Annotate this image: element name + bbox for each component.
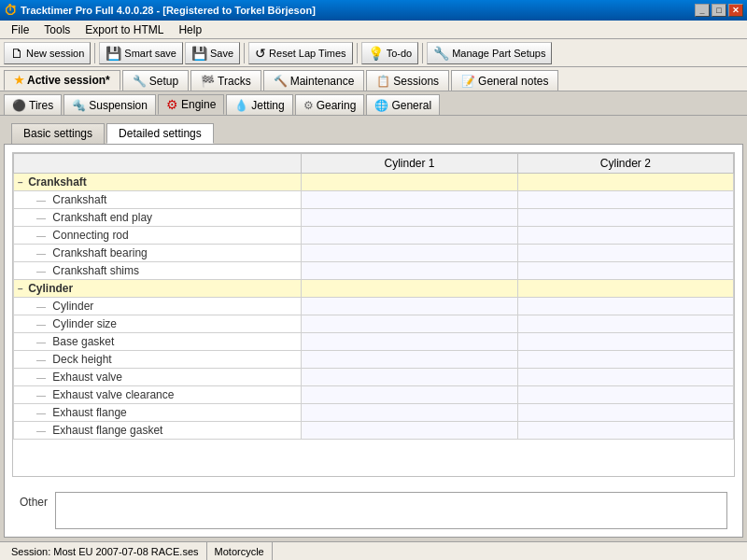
group-row-label: − Cylinder — [14, 280, 302, 298]
menu-file[interactable]: File — [4, 21, 36, 38]
row-indent-icon: — — [36, 390, 46, 400]
data-value-cyl2[interactable] — [517, 369, 733, 386]
todo-button[interactable]: 💡 To-do — [361, 42, 419, 64]
other-input[interactable] — [55, 492, 727, 529]
toolbar-separator-1 — [94, 43, 95, 63]
sub-tab-detailed-settings[interactable]: Detailed settings — [106, 123, 214, 144]
main-content: Basic settings Detailed settings Cylinde… — [0, 116, 747, 541]
save-icon: 💾 — [191, 46, 207, 61]
setup-icon: 🔧 — [133, 75, 147, 88]
data-value-cyl1[interactable] — [302, 386, 517, 404]
data-value-cyl1[interactable] — [302, 351, 517, 369]
status-session: Session: Most EU 2007-07-08 RACE.ses — [4, 542, 207, 560]
data-value-cyl2[interactable] — [517, 262, 733, 280]
data-value-cyl1[interactable] — [302, 422, 517, 440]
row-indent-icon: — — [36, 372, 46, 383]
tab-engine[interactable]: ⚙ Engine — [158, 94, 224, 115]
data-row-label: — Exhaust flange — [14, 404, 302, 422]
new-session-button[interactable]: 🗋 New session — [4, 42, 91, 64]
title-text: Tracktimer Pro Full 4.0.0.28 - [Register… — [21, 5, 316, 16]
data-value-cyl2[interactable] — [517, 209, 733, 227]
data-table-container: Cylinder 1 Cylinder 2 − Crankshaft — Cra… — [12, 152, 735, 477]
tab-jetting[interactable]: 💧 Jetting — [226, 94, 292, 115]
scrollable-table[interactable]: Cylinder 1 Cylinder 2 − Crankshaft — Cra… — [13, 153, 734, 476]
col-header-empty — [14, 154, 302, 174]
data-value-cyl2[interactable] — [517, 386, 733, 404]
tab-setup[interactable]: 🔧 Setup — [122, 70, 189, 91]
data-row-label: — Connecting rod — [14, 227, 302, 245]
status-vehicle: Motorcycle — [207, 542, 273, 560]
tab-general-notes[interactable]: 📝 General notes — [451, 70, 558, 91]
data-value-cyl2[interactable] — [517, 315, 733, 333]
active-session-icon: ★ — [14, 74, 24, 87]
tab-tires[interactable]: ⚫ Tires — [4, 94, 62, 115]
tab-tracks[interactable]: 🏁 Tracks — [190, 70, 261, 91]
toolbar: 🗋 New session 💾 Smart save 💾 Save ↺ Rese… — [0, 39, 747, 67]
data-value-cyl2[interactable] — [517, 298, 733, 315]
data-value-cyl1[interactable] — [302, 227, 517, 245]
row-indent-icon: — — [36, 266, 46, 276]
close-button[interactable]: ✕ — [728, 4, 743, 17]
data-value-cyl2[interactable] — [517, 422, 733, 440]
data-value-cyl2[interactable] — [517, 333, 733, 351]
save-button[interactable]: 💾 Save — [185, 42, 240, 64]
reset-lap-button[interactable]: ↺ Reset Lap Times — [248, 42, 353, 64]
group-value-cyl1[interactable] — [302, 280, 517, 298]
manage-parts-button[interactable]: 🔧 Manage Part Setups — [427, 42, 552, 64]
data-value-cyl1[interactable] — [302, 191, 517, 209]
menu-export[interactable]: Export to HTML — [78, 21, 171, 38]
data-value-cyl1[interactable] — [302, 262, 517, 280]
menu-tools[interactable]: Tools — [36, 21, 78, 38]
data-value-cyl2[interactable] — [517, 227, 733, 245]
gearing-icon: ⚙ — [303, 99, 314, 112]
data-value-cyl2[interactable] — [517, 245, 733, 262]
status-extra — [273, 542, 288, 560]
tab-suspension[interactable]: 🔩 Suspension — [63, 94, 156, 115]
data-row-label: — Deck height — [14, 351, 302, 369]
tab-gearing[interactable]: ⚙ Gearing — [295, 94, 365, 115]
tab-general[interactable]: 🌐 General — [366, 94, 440, 115]
maintenance-icon: 🔨 — [274, 75, 288, 88]
engine-icon: ⚙ — [166, 97, 178, 112]
data-value-cyl1[interactable] — [302, 209, 517, 227]
data-row-label: — Exhaust flange gasket — [14, 422, 302, 440]
data-row-label: — Base gasket — [14, 333, 302, 351]
tab-active-session[interactable]: ★ Active session* — [4, 70, 120, 91]
row-indent-icon: — — [36, 355, 46, 365]
group-value-cyl1[interactable] — [302, 174, 517, 191]
data-row-label: — Crankshaft end play — [14, 209, 302, 227]
toolbar-separator-2 — [244, 43, 245, 63]
data-value-cyl1[interactable] — [302, 333, 517, 351]
smart-save-icon: 💾 — [106, 46, 121, 61]
data-value-cyl1[interactable] — [302, 404, 517, 422]
group-value-cyl2[interactable] — [517, 174, 733, 191]
sub-tab-basic-settings[interactable]: Basic settings — [11, 123, 105, 144]
group-value-cyl2[interactable] — [517, 280, 733, 298]
group-collapse-icon[interactable]: − — [18, 284, 23, 294]
data-value-cyl2[interactable] — [517, 191, 733, 209]
data-value-cyl1[interactable] — [302, 315, 517, 333]
sessions-icon: 📋 — [376, 75, 390, 88]
data-value-cyl2[interactable] — [517, 351, 733, 369]
tab-maintenance[interactable]: 🔨 Maintenance — [263, 70, 365, 91]
tab-bar-components: ⚫ Tires 🔩 Suspension ⚙ Engine 💧 Jetting … — [0, 91, 747, 116]
content-panel: Cylinder 1 Cylinder 2 − Crankshaft — Cra… — [4, 144, 743, 538]
group-collapse-icon[interactable]: − — [18, 177, 23, 188]
manage-parts-icon: 🔧 — [433, 46, 449, 61]
data-value-cyl1[interactable] — [302, 298, 517, 315]
menu-help[interactable]: Help — [171, 21, 209, 38]
row-indent-icon: — — [36, 248, 46, 259]
title-bar: Tracktimer Pro Full 4.0.0.28 - [Register… — [0, 0, 747, 21]
data-value-cyl2[interactable] — [517, 404, 733, 422]
data-value-cyl1[interactable] — [302, 245, 517, 262]
tab-sessions[interactable]: 📋 Sessions — [366, 70, 449, 91]
toolbar-separator-4 — [422, 43, 423, 63]
smart-save-button[interactable]: 💾 Smart save — [99, 42, 183, 64]
col-header-cyl1: Cylinder 1 — [302, 154, 517, 174]
data-value-cyl1[interactable] — [302, 369, 517, 386]
minimize-button[interactable]: _ — [695, 4, 710, 17]
row-indent-icon: — — [36, 301, 46, 312]
restore-button[interactable]: □ — [712, 4, 726, 17]
row-indent-icon: — — [36, 213, 46, 223]
general-icon: 🌐 — [374, 99, 388, 112]
